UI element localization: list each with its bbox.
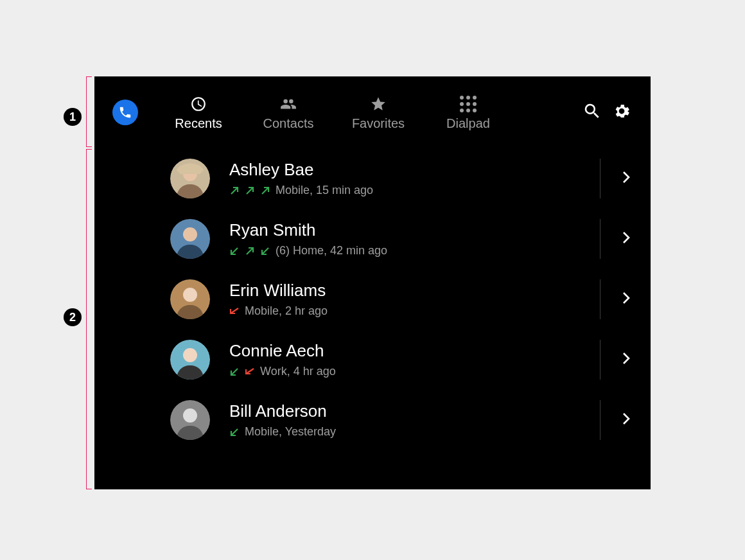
missed-call-icon — [245, 367, 255, 377]
people-icon — [280, 94, 297, 114]
tab-recents[interactable]: Recents — [153, 94, 243, 131]
tab-dialpad[interactable]: Dialpad — [423, 94, 513, 131]
call-detail: Mobile, 2 hr ago — [245, 304, 328, 318]
call-detail: Mobile, Yesterday — [245, 425, 336, 439]
search-button[interactable] — [577, 98, 607, 127]
annotation-callout-1: 1 — [64, 108, 82, 126]
svg-point-14 — [183, 408, 197, 423]
call-info: Erin WilliamsMobile, 2 hr ago — [229, 281, 588, 318]
annotation-bracket-2 — [86, 149, 92, 489]
incoming-call-icon — [229, 427, 240, 437]
call-subtitle: Mobile, 15 min ago — [229, 184, 588, 197]
call-row[interactable]: Ryan Smith(6) Home, 42 min ago — [94, 209, 651, 269]
chevron-right-icon — [622, 231, 631, 247]
svg-point-11 — [183, 348, 197, 362]
tabs: Recents Contacts Favorites — [153, 94, 513, 131]
call-detail: Work, 4 hr ago — [260, 365, 336, 378]
row-divider — [600, 340, 600, 380]
incoming-call-icon — [229, 367, 240, 377]
outgoing-call-icon — [245, 186, 255, 196]
phone-app-icon — [112, 100, 138, 125]
call-name: Bill Anderson — [229, 401, 588, 421]
outgoing-call-icon — [245, 246, 255, 256]
avatar — [170, 400, 210, 440]
gear-icon — [612, 101, 631, 123]
call-subtitle: Mobile, 2 hr ago — [229, 304, 588, 318]
tab-bar: Recents Contacts Favorites — [94, 76, 651, 148]
call-detail: Mobile, 15 min ago — [276, 184, 373, 197]
call-row[interactable]: Ashley BaeMobile, 15 min ago — [94, 148, 651, 209]
call-info: Connie AechWork, 4 hr ago — [229, 341, 588, 378]
chevron-right-icon — [622, 351, 631, 368]
disclosure-button[interactable] — [617, 291, 635, 308]
chevron-right-icon — [622, 170, 631, 187]
call-name: Ryan Smith — [229, 220, 588, 240]
annotation-callout-2: 2 — [64, 308, 82, 326]
call-info: Ashley BaeMobile, 15 min ago — [229, 160, 588, 197]
tab-favorites[interactable]: Favorites — [333, 94, 423, 131]
tab-favorites-label: Favorites — [352, 116, 405, 131]
svg-point-5 — [183, 227, 197, 241]
annotation-bracket-1 — [86, 76, 92, 147]
row-divider — [600, 159, 600, 198]
call-subtitle: (6) Home, 42 min ago — [229, 244, 588, 258]
incoming-call-icon — [229, 246, 240, 256]
row-divider — [600, 400, 600, 440]
call-subtitle: Mobile, Yesterday — [229, 425, 588, 439]
svg-point-8 — [183, 288, 197, 302]
disclosure-button[interactable] — [617, 231, 635, 247]
clock-icon — [190, 94, 207, 114]
tab-recents-label: Recents — [175, 116, 222, 131]
call-row[interactable]: Bill AndersonMobile, Yesterday — [94, 390, 651, 450]
missed-call-icon — [229, 306, 240, 317]
dialpad-icon — [460, 94, 477, 114]
chevron-right-icon — [622, 291, 631, 308]
call-name: Ashley Bae — [229, 160, 588, 180]
incoming-call-icon — [260, 246, 270, 256]
settings-button[interactable] — [607, 98, 636, 127]
row-divider — [600, 219, 600, 259]
outgoing-call-icon — [260, 186, 270, 196]
disclosure-button[interactable] — [617, 412, 635, 428]
disclosure-button[interactable] — [617, 351, 635, 368]
call-info: Bill AndersonMobile, Yesterday — [229, 401, 588, 439]
tab-contacts-label: Contacts — [263, 116, 314, 131]
call-detail: (6) Home, 42 min ago — [276, 244, 387, 258]
disclosure-button[interactable] — [617, 170, 635, 187]
call-name: Connie Aech — [229, 341, 588, 361]
tab-dialpad-label: Dialpad — [446, 116, 490, 131]
avatar — [170, 340, 210, 380]
call-name: Erin Williams — [229, 281, 588, 301]
call-subtitle: Work, 4 hr ago — [229, 365, 588, 378]
star-icon — [370, 94, 387, 114]
phone-app-window: Recents Contacts Favorites — [94, 76, 651, 489]
recent-calls-list: Ashley BaeMobile, 15 min ago Ryan Smith(… — [94, 148, 651, 450]
outgoing-call-icon — [229, 186, 240, 196]
avatar — [170, 279, 210, 319]
call-info: Ryan Smith(6) Home, 42 min ago — [229, 220, 588, 258]
avatar — [170, 159, 210, 198]
search-icon — [583, 101, 602, 123]
avatar — [170, 219, 210, 259]
row-divider — [600, 279, 600, 319]
call-row[interactable]: Erin WilliamsMobile, 2 hr ago — [94, 269, 651, 329]
call-row[interactable]: Connie AechWork, 4 hr ago — [94, 329, 651, 390]
chevron-right-icon — [622, 412, 631, 428]
tab-contacts[interactable]: Contacts — [243, 94, 333, 131]
